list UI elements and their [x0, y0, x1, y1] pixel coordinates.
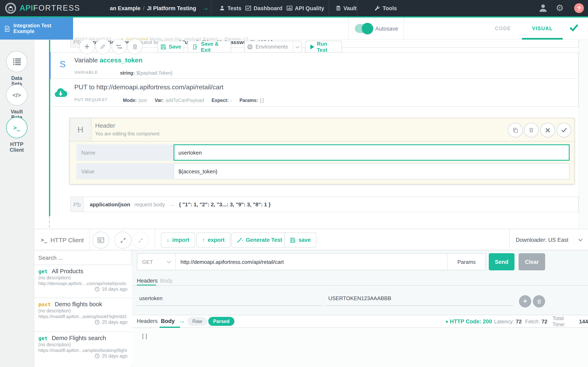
http-code-status: ● HTTP Code: 200: [445, 315, 492, 328]
breadcrumb-project[interactable]: an Example: [110, 5, 140, 11]
history-url: https://mastiff.apifort...xamples/bookin…: [38, 348, 127, 353]
component-badge: H: [70, 118, 91, 141]
run-test-button[interactable]: Run Test: [305, 41, 342, 53]
history-desc: (no description): [38, 342, 127, 347]
total-time-value: 144: [579, 318, 588, 324]
rail-item-vault-beta[interactable]: </> Vault Beta: [6, 84, 27, 120]
fetch-label: Fetch:: [525, 318, 540, 324]
nav-item-api-quality[interactable]: API Quality: [287, 0, 324, 16]
method-select[interactable]: GET: [137, 254, 176, 270]
editor-divider: [70, 141, 574, 142]
history-item-all-products[interactable]: get All Products (no description) http:/…: [34, 265, 132, 298]
save-exit-button[interactable]: Save & Exit: [187, 41, 231, 53]
response-tab-headers[interactable]: Headers: [137, 318, 158, 324]
remove-header-button[interactable]: [533, 295, 545, 308]
terminal-icon: >_: [13, 124, 20, 131]
rail-item-data-sets[interactable]: Data Sets: [6, 51, 27, 87]
tab-code[interactable]: CODE: [495, 17, 511, 40]
method-badge: post: [38, 301, 51, 308]
duplicate-component-button[interactable]: [508, 123, 523, 137]
request-header-value-input[interactable]: [325, 291, 513, 306]
send-button[interactable]: Send: [489, 253, 515, 270]
nav-divider: [329, 0, 329, 16]
ghost-var: Var: payload: [174, 36, 201, 41]
nav-item-tests[interactable]: Tests: [219, 0, 242, 16]
test-tab-integration-example[interactable]: Integration Test Example: [0, 17, 73, 40]
clock-icon: [95, 320, 100, 325]
delete-component-button[interactable]: [524, 123, 539, 137]
history-item-demo-flights-book[interactable]: post Demo flights book (no description) …: [34, 298, 132, 332]
export-label: export: [208, 237, 225, 243]
history-name: Demo flights book: [55, 301, 102, 308]
export-button[interactable]: ↑ export: [196, 233, 230, 248]
clear-button[interactable]: Clear: [519, 253, 545, 270]
mode-label: Mode:: [123, 98, 137, 103]
parsed-toggle[interactable]: Parsed: [208, 317, 234, 326]
drop-indicator: [49, 216, 50, 227]
help-icon[interactable]: ?: [574, 3, 584, 13]
editor-title: Header: [95, 122, 115, 129]
request-tab-body[interactable]: Body: [160, 278, 173, 284]
params-button[interactable]: Params: [447, 254, 485, 270]
params-value: [:]: [260, 98, 264, 103]
add-component-button[interactable]: +: [79, 39, 95, 54]
import-button[interactable]: ↓ import: [161, 233, 195, 248]
http-code-label: HTTP Code:: [450, 318, 481, 324]
variable-name: access_token: [100, 57, 143, 64]
environments-dropdown[interactable]: Environments: [244, 41, 302, 53]
settings-gear-icon[interactable]: ⚙: [556, 3, 564, 13]
form-icon: [98, 237, 104, 243]
user-avatar-icon[interactable]: [538, 3, 548, 13]
history-url: http://demoapi.apifortr....com/api/retai…: [38, 281, 127, 286]
request-header-name-input[interactable]: [137, 291, 323, 306]
raw-toggle[interactable]: Raw: [187, 317, 207, 326]
expand-panel-button[interactable]: [114, 232, 131, 249]
magic-wand-icon: [237, 237, 243, 243]
autosave-toggle[interactable]: [355, 24, 372, 33]
request-form-button[interactable]: [92, 232, 109, 249]
generate-test-button[interactable]: Generate Test: [231, 233, 288, 248]
pencil-icon: [100, 44, 106, 49]
component-row-put-request[interactable]: PUT to http://demoapi.apifortress.com/ap…: [51, 80, 579, 107]
nav-label-api-quality: API Quality: [295, 5, 324, 11]
header-value-input[interactable]: [173, 163, 570, 179]
brand-fortress: FORTRESS: [33, 4, 80, 12]
header-name-input[interactable]: [173, 144, 570, 161]
string-label: string:: [120, 71, 135, 75]
search-input[interactable]: [34, 250, 131, 265]
row-kind: request body: [134, 201, 165, 207]
component-badge: S: [60, 59, 66, 70]
client-save-button[interactable]: save: [284, 233, 316, 248]
breadcrumb-test[interactable]: JI Platform Testing: [147, 5, 196, 11]
tab-visual[interactable]: VISUAL: [532, 17, 553, 40]
client-save-label: save: [298, 237, 311, 243]
add-header-button[interactable]: +: [519, 295, 531, 308]
save-button[interactable]: Save: [158, 41, 184, 53]
component-row-variable[interactable]: S Variable access_token VARIABLE string:…: [51, 52, 579, 79]
collapse-panel-button[interactable]: [132, 232, 149, 249]
confirm-edit-button[interactable]: [557, 123, 571, 137]
component-row-put-body[interactable]: Pb application/json request body → { "1"…: [70, 197, 579, 212]
rail-item-http-client[interactable]: >_ HTTP Client: [6, 117, 27, 153]
autosave-label: Autosave: [375, 25, 398, 32]
request-tab-headers[interactable]: Headers: [137, 278, 158, 284]
scrollbar-track[interactable]: [579, 40, 588, 229]
history-item-demo-flights-search[interactable]: get Demo Flights search (no description)…: [34, 332, 132, 366]
copy-icon: [512, 127, 518, 133]
reorder-button[interactable]: [112, 39, 127, 54]
cancel-edit-button[interactable]: [540, 123, 555, 137]
nav-item-dashboard[interactable]: Dashboard: [245, 0, 282, 16]
response-tab-body[interactable]: Body: [161, 318, 175, 324]
breadcrumb: an Example / JI Platform Testing →: [110, 0, 209, 16]
tabs-divider: [132, 285, 588, 286]
downloader-dropdown[interactable]: Downloader: US East: [516, 229, 582, 250]
history-time: 25 days ago: [102, 320, 127, 325]
rail-label-http-client: HTTP Client: [6, 142, 27, 153]
delete-button[interactable]: [127, 39, 143, 54]
nav-item-vault[interactable]: Vault: [336, 0, 357, 16]
nav-item-tools[interactable]: Tools: [374, 0, 397, 16]
document-icon: [4, 25, 10, 32]
edit-button[interactable]: [95, 39, 111, 54]
url-input[interactable]: [176, 254, 447, 270]
component-title: Variable: [74, 57, 98, 64]
